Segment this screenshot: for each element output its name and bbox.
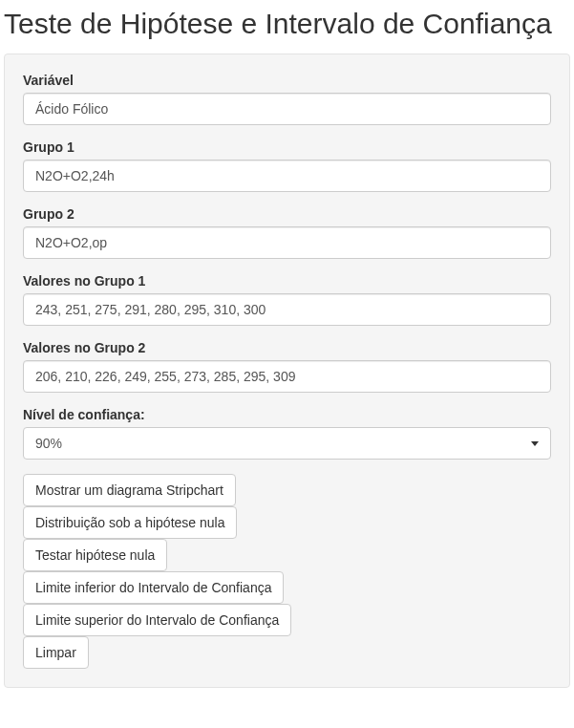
button-stripchart[interactable]: Mostrar um diagrama Stripchart	[23, 474, 236, 506]
label-valores2: Valores no Grupo 2	[23, 340, 551, 355]
input-grupo1[interactable]	[23, 160, 551, 192]
input-valores1[interactable]	[23, 293, 551, 326]
label-confianca: Nível de confiança:	[23, 407, 551, 422]
group-grupo2: Grupo 2	[23, 206, 551, 259]
chevron-down-icon	[531, 441, 539, 446]
button-testar[interactable]: Testar hipótese nula	[23, 539, 167, 571]
label-grupo2: Grupo 2	[23, 206, 551, 222]
input-variavel[interactable]	[23, 93, 551, 125]
label-variavel: Variável	[23, 73, 551, 88]
select-confianca[interactable]: 90%	[23, 427, 551, 460]
input-valores2[interactable]	[23, 360, 551, 393]
page-title: Teste de Hipótese e Intervalo de Confian…	[4, 8, 570, 40]
group-variavel: Variável	[23, 73, 551, 125]
button-lim-sup[interactable]: Limite superior do Intervalo de Confianç…	[23, 604, 291, 636]
select-confianca-value: 90%	[35, 436, 62, 451]
group-grupo1: Grupo 1	[23, 139, 551, 192]
input-grupo2[interactable]	[23, 226, 551, 259]
button-lim-inf[interactable]: Limite inferior do Intervalo de Confianç…	[23, 571, 284, 604]
button-dist-nula[interactable]: Distribuição sob a hipótese nula	[23, 506, 237, 539]
group-confianca: Nível de confiança: 90%	[23, 407, 551, 460]
group-valores2: Valores no Grupo 2	[23, 340, 551, 393]
button-limpar[interactable]: Limpar	[23, 636, 89, 669]
form-panel: Variável Grupo 1 Grupo 2 Valores no Grup…	[4, 54, 570, 688]
label-valores1: Valores no Grupo 1	[23, 273, 551, 289]
group-valores1: Valores no Grupo 1	[23, 273, 551, 326]
label-grupo1: Grupo 1	[23, 139, 551, 155]
